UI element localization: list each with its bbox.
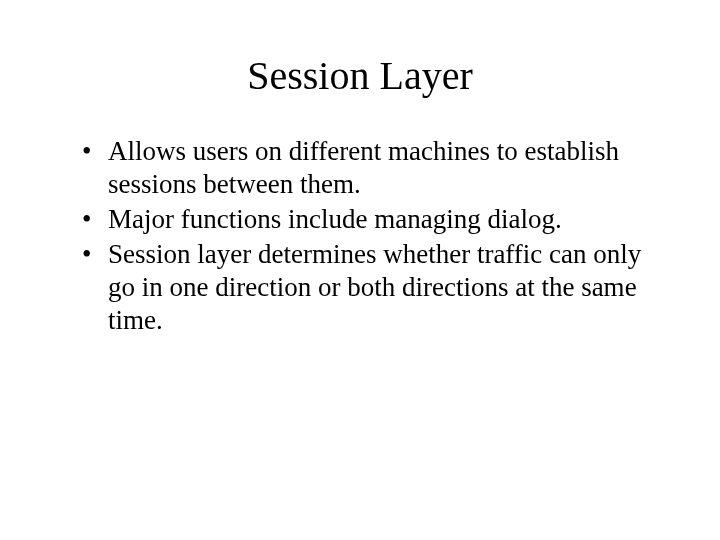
bullet-item: Major functions include managing dialog. — [88, 203, 660, 236]
slide-title: Session Layer — [60, 52, 660, 99]
slide-container: Session Layer Allows users on different … — [0, 0, 720, 540]
bullet-item: Allows users on different machines to es… — [88, 135, 660, 201]
bullet-item: Session layer determines whether traffic… — [88, 238, 660, 337]
bullet-list: Allows users on different machines to es… — [60, 135, 660, 337]
